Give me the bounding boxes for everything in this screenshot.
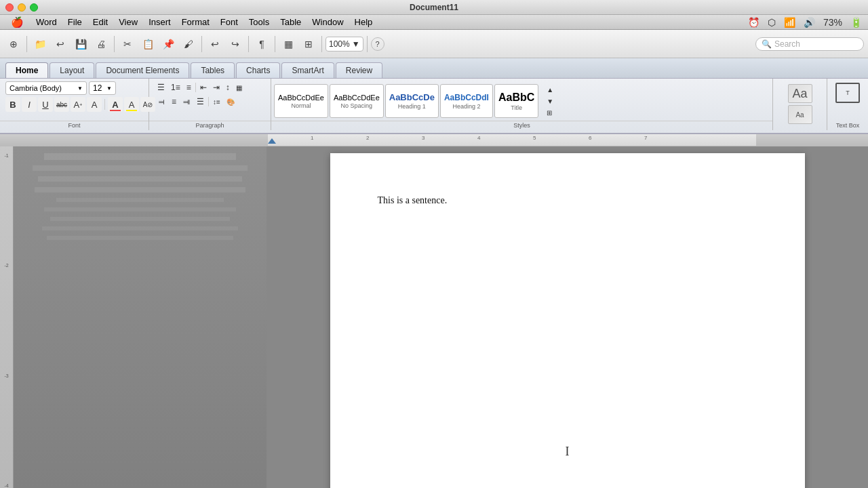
- subscript-button[interactable]: A: [87, 97, 102, 112]
- toolbar-cut-btn[interactable]: ✂: [118, 35, 137, 54]
- align-left-button[interactable]: ⫤: [155, 96, 168, 108]
- zoom-dropdown-arrow[interactable]: ▼: [352, 39, 360, 49]
- ruler: 1 2 3 4 5 6 7: [0, 134, 868, 146]
- align-center-button[interactable]: ≡: [169, 96, 179, 108]
- font-size-arrow[interactable]: ▼: [106, 85, 112, 92]
- toolbar-border-btn[interactable]: ▦: [279, 35, 298, 54]
- style-title[interactable]: AaBbC Title: [494, 84, 538, 118]
- minimize-button[interactable]: [18, 3, 26, 12]
- v-ruler-label2: -2: [0, 263, 13, 268]
- menu-table[interactable]: Table: [275, 15, 307, 29]
- toolbar-brush-btn[interactable]: 🖌: [179, 35, 198, 54]
- superscript-button[interactable]: A+: [71, 97, 85, 112]
- style-heading2[interactable]: AaBbCcDdI Heading 2: [440, 84, 493, 118]
- toolbar-copy-btn[interactable]: 📋: [138, 35, 157, 54]
- style-nospacing[interactable]: AaBbCcDdEe No Spacing: [330, 84, 384, 118]
- font-name-arrow[interactable]: ▼: [77, 85, 83, 92]
- toolbar-print-btn[interactable]: 🖨: [92, 35, 111, 54]
- tab-home[interactable]: Home: [5, 62, 48, 78]
- v-ruler-label: -1: [0, 153, 13, 158]
- italic-button[interactable]: I: [22, 97, 37, 112]
- document-area[interactable]: This is a sentence. I: [267, 146, 868, 488]
- numbering-button[interactable]: 1≡: [168, 81, 183, 94]
- shading-button[interactable]: 🎨: [224, 97, 237, 107]
- menu-format[interactable]: Format: [176, 15, 215, 29]
- toolbar-save-btn[interactable]: 💾: [71, 35, 90, 54]
- toolbar-help-btn[interactable]: ?: [371, 37, 384, 51]
- style-title-preview: AaBbC: [498, 92, 534, 104]
- font-name-select[interactable]: Cambria (Body) ▼: [5, 81, 87, 95]
- style-h2-label: Heading 2: [452, 103, 480, 110]
- page-content[interactable]: This is a sentence.: [378, 194, 757, 207]
- tab-review[interactable]: Review: [336, 62, 382, 78]
- styles-scroll-up[interactable]: ▲: [543, 85, 557, 95]
- tab-layout[interactable]: Layout: [50, 62, 94, 78]
- tab-charts[interactable]: Charts: [236, 62, 280, 78]
- menu-word[interactable]: Word: [31, 15, 62, 29]
- strikethrough-button[interactable]: abc: [54, 97, 69, 112]
- menu-edit[interactable]: Edit: [87, 15, 113, 29]
- menu-insert[interactable]: Insert: [143, 15, 176, 29]
- text-box-area[interactable]: T Text Box: [827, 79, 868, 130]
- styles-section-label: Styles: [271, 121, 772, 129]
- styles-expand[interactable]: ⊞: [543, 108, 557, 118]
- menu-tools[interactable]: Tools: [243, 15, 275, 29]
- menu-font[interactable]: Font: [215, 15, 243, 29]
- toolbar-border2-btn[interactable]: ⊞: [299, 35, 318, 54]
- styles-scroll-down[interactable]: ▼: [543, 96, 557, 106]
- style-normal[interactable]: AaBbCcDdEe Normal: [274, 84, 328, 118]
- bold-button[interactable]: B: [5, 97, 20, 112]
- align-right-button[interactable]: ⫥: [180, 96, 193, 108]
- battery-icon: 🔋: [848, 17, 864, 28]
- font-section-label: Font: [0, 121, 149, 129]
- line-spacing-button[interactable]: ↕≡: [210, 97, 223, 107]
- menu-help[interactable]: Help: [349, 15, 378, 29]
- tab-tables[interactable]: Tables: [191, 62, 235, 78]
- menu-window[interactable]: Window: [307, 15, 349, 29]
- sort-button[interactable]: ↕: [223, 81, 233, 94]
- toolbar-pilcrow-btn[interactable]: ¶: [252, 35, 271, 54]
- underline-button[interactable]: U: [38, 97, 53, 112]
- search-icon: 🔍: [762, 39, 772, 49]
- vertical-ruler: -1 -2 -3 -4: [0, 146, 14, 488]
- toolbar-undo-btn[interactable]: ↩: [205, 35, 224, 54]
- tab-document-elements[interactable]: Document Elements: [96, 62, 189, 78]
- menu-file[interactable]: File: [62, 15, 87, 29]
- menu-right-icons: ⏰ ⬡ 📶 🔊 73% 🔋: [746, 17, 864, 28]
- wifi-icon: 📶: [782, 17, 797, 28]
- decrease-indent-button[interactable]: ⇤: [197, 81, 210, 94]
- toolbar-sep2: [114, 36, 115, 52]
- toolbar-open-btn[interactable]: 📁: [31, 35, 50, 54]
- close-button[interactable]: [5, 3, 14, 12]
- toolbar-sep4: [248, 36, 249, 52]
- document-page[interactable]: This is a sentence. I: [330, 153, 805, 488]
- text-color-button[interactable]: A: [108, 97, 123, 112]
- justify-button[interactable]: ☰: [194, 96, 207, 108]
- document-text[interactable]: This is a sentence.: [378, 194, 757, 207]
- styles-list: AaBbCcDdEe Normal AaBbCcDdEe No Spacing …: [274, 84, 538, 118]
- increase-indent-button[interactable]: ⇥: [210, 81, 222, 94]
- search-placeholder: Search: [774, 39, 800, 49]
- highlight-color-button[interactable]: A: [124, 97, 139, 112]
- font-size-select[interactable]: 12 ▼: [89, 81, 116, 95]
- toolbar-new-btn[interactable]: ⊕: [4, 35, 23, 54]
- search-bar[interactable]: 🔍 Search: [755, 37, 864, 51]
- multilevel-button[interactable]: ≡: [184, 81, 194, 94]
- tab-smartart[interactable]: SmartArt: [281, 62, 334, 78]
- ribbon-tabs: Home Layout Document Elements Tables Cha…: [0, 58, 868, 79]
- v-ruler-label3: -3: [0, 373, 13, 378]
- menu-view[interactable]: View: [113, 15, 143, 29]
- borders-button[interactable]: ▦: [233, 83, 245, 93]
- toolbar-redo-btn[interactable]: ↪: [226, 35, 245, 54]
- toolbar-paste-btn[interactable]: 📌: [159, 35, 178, 54]
- apple-menu[interactable]: 🍎: [4, 15, 31, 29]
- ruler-center: [268, 134, 756, 146]
- toolbar-undo-save-btn[interactable]: ↩: [51, 35, 70, 54]
- zoom-control[interactable]: 100% ▼: [326, 37, 363, 52]
- style-heading1[interactable]: AaBbCcDe Heading 1: [385, 84, 439, 118]
- maximize-button[interactable]: [30, 3, 38, 12]
- title-bar: Document11: [0, 0, 868, 15]
- bullets-button[interactable]: ☰: [155, 81, 167, 94]
- style-h2-preview: AaBbCcDdI: [444, 93, 489, 102]
- style-normal-preview: AaBbCcDdEe: [278, 94, 324, 102]
